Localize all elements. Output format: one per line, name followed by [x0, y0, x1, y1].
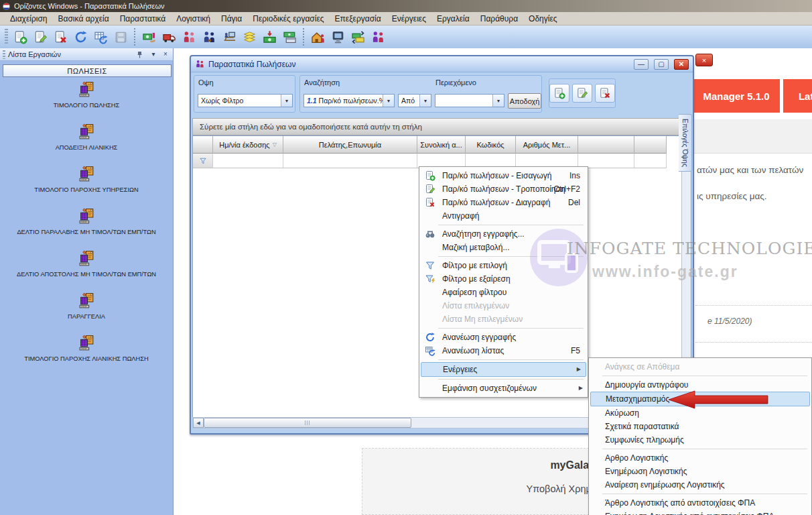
menu-item-αναζήτηση-εγγραφής-[interactable]: Αναζήτηση εγγραφής... [419, 227, 588, 241]
edit-record-button[interactable] [572, 84, 592, 103]
close-icon[interactable]: × [161, 50, 170, 59]
doc-delete-icon[interactable] [52, 28, 69, 46]
column-header-5[interactable]: Αριθμός Μετ... [516, 136, 578, 154]
menu-1[interactable]: Διαχείριση [5, 13, 52, 25]
range-combobox[interactable]: Από ▾ [398, 94, 431, 107]
refresh-icon[interactable] [72, 28, 89, 46]
view-options-tab[interactable]: Επιλογές Όψης [679, 114, 692, 172]
save-icon[interactable] [112, 28, 129, 46]
menu-item-παρ-κό-πωλήσεων-εισαγωγή[interactable]: Παρ/κό πωλήσεων - ΕισαγωγήIns [419, 169, 588, 182]
delete-record-button[interactable] [595, 84, 615, 103]
sidebar-item-2[interactable]: ΑΠΟΔΕΙΞΗ ΛΙΑΝΙΚΗΣ [1, 123, 172, 151]
toolbar-grip-icon[interactable] [5, 29, 8, 45]
menu-4[interactable]: Λογιστική [172, 13, 215, 25]
menu-8[interactable]: Ενέργειες [387, 13, 431, 25]
menu-item-ανανέωση-λίστας[interactable]: Ανανέωση λίσταςF5 [419, 344, 588, 357]
latest-tab[interactable]: Latest [783, 79, 812, 113]
money-exchange-icon[interactable] [349, 28, 366, 46]
menu-item-δημιουργία-αντιγράφου[interactable]: Δημιουργία αντιγράφου [589, 378, 811, 392]
menu-2[interactable]: Βασικά αρχεία [54, 13, 114, 25]
add-record-button[interactable] [549, 84, 569, 103]
sidebar-item-5[interactable]: ΔΕΛΤΙΟ ΑΠΟΣΤΟΛΗΣ ΜΗ ΤΙΜΟΛ/ΤΩΝ ΕΜΠ/ΤΩΝ [1, 249, 172, 278]
drag-grip-icon[interactable] [3, 50, 5, 59]
menu-item-ενέργειες[interactable]: Ενέργειες▶ [421, 362, 586, 377]
range-value: Από [399, 97, 419, 105]
sidebar-item-6[interactable]: ΠΑΡΑΓΓΕΛΙΑ [1, 292, 172, 320]
menu-item-ενημέρωση-λογιστικής-από-αντισ[interactable]: Ενημέρωση Λογιστικής από αντιστοιχίσεις … [589, 510, 811, 515]
filter-cell-1[interactable] [213, 154, 283, 168]
sidebar-group-header[interactable]: ΠΩΛΗΣΕΙΣ [3, 64, 172, 77]
paper-stack-icon[interactable] [241, 28, 258, 46]
pin-icon[interactable] [137, 51, 146, 58]
chevron-down-icon[interactable]: ▾ [281, 95, 292, 107]
maximize-button[interactable]: ▢ [654, 59, 669, 70]
menu-item-ανανέωση-εγγραφής[interactable]: Ανανέωση εγγραφής [419, 331, 588, 344]
menu-6[interactable]: Περιοδικές εργασίες [248, 13, 328, 25]
column-header-6[interactable] [578, 136, 634, 154]
background-close-button[interactable]: × [695, 54, 713, 66]
minimize-button[interactable]: — [634, 59, 649, 70]
money-down-icon[interactable] [261, 28, 278, 46]
filter-row-funnel-icon[interactable] [193, 154, 213, 168]
menu-11[interactable]: Οδηγίες [524, 13, 562, 25]
filter-cell-2[interactable] [283, 154, 417, 168]
column-header-1[interactable]: Ημ/νία έκδοσης▽ [213, 136, 283, 154]
menu-item-ενημέρωση-λογιστικής[interactable]: Ενημέρωση Λογιστικής [589, 465, 811, 478]
filter-cell-7[interactable] [634, 154, 667, 168]
column-header-7[interactable] [634, 136, 667, 154]
chevron-down-icon[interactable]: ▾ [419, 95, 431, 107]
menu-item-φίλτρο-με-εξαίρεση[interactable]: Φίλτρο με εξαίρεση [419, 272, 588, 286]
money-card-icon[interactable] [281, 28, 298, 46]
group-by-bar[interactable]: Σύρετε μία στήλη εδώ για να ομαδοποιήσετ… [192, 118, 691, 135]
search-combobox[interactable]: 1.1Παρ/κό πωλήσεων.% Εκπ ▾ [303, 94, 395, 107]
truck-icon[interactable] [160, 28, 178, 46]
monitor-icon[interactable] [329, 28, 346, 46]
house-people-icon[interactable] [309, 28, 326, 46]
sort-icon[interactable]: ▽ [273, 141, 277, 148]
menu-7[interactable]: Επεξεργασία [330, 13, 386, 25]
menu-item-άρθρο-λογιστικής-από-αντιστοιχ[interactable]: Άρθρο Λογιστικής από αντιστοιχίσεις ΦΠΑ [589, 496, 811, 510]
menu-item-φίλτρο-με-επιλογή[interactable]: Φίλτρο με επιλογή [419, 259, 588, 272]
chevron-down-icon[interactable]: ▾ [149, 50, 158, 59]
doc-edit-icon[interactable] [31, 28, 49, 46]
people-pair-icon[interactable] [369, 28, 387, 46]
menu-item-αρθρο-λογιστικής[interactable]: Αρθρο Λογιστικής [589, 451, 811, 465]
chevron-down-icon[interactable]: ▾ [383, 95, 394, 107]
column-header-4[interactable]: Κωδικός [466, 136, 516, 154]
close-button[interactable]: ✕ [674, 59, 689, 70]
chevron-down-icon[interactable]: ▾ [492, 95, 504, 107]
sidebar-item-4[interactable]: ΔΕΛΤΙΟ ΠΑΡΑΛΑΒΗΣ ΜΗ ΤΙΜΟΛ/ΤΩΝ ΕΜΠ/ΤΩΝ [1, 207, 172, 235]
column-header-3[interactable]: Συνολική α... [417, 136, 466, 154]
desk-computer-icon[interactable] [220, 28, 238, 46]
menu-5[interactable]: Πάγια [216, 13, 247, 25]
menu-item-μαζική-μεταβολή-[interactable]: Μαζική μεταβολή... [419, 241, 588, 254]
menu-item-συμφωνίες-πληρωμής[interactable]: Συμφωνίες πληρωμής [589, 433, 811, 447]
window-titlebar[interactable]: Παραστατικά Πωλήσεων — ▢ ✕ [191, 56, 693, 72]
column-header-2[interactable]: Πελάτης,Επωνυμία [283, 136, 417, 154]
grid-refresh-icon[interactable] [92, 28, 109, 46]
menu-item-αντιγραφή[interactable]: Αντιγραφή [419, 209, 588, 223]
horizontal-scroll-thumb[interactable] [204, 418, 411, 428]
release-note: e 11/5/2020) [707, 317, 752, 326]
menu-item-σχετικά-παραστατικά[interactable]: Σχετικά παραστατικά [589, 420, 811, 433]
money-hand-icon[interactable] [140, 28, 157, 46]
manager-tab[interactable]: Manager 5.1.0 [693, 79, 780, 113]
menu-3[interactable]: Παραστατικά [115, 13, 170, 25]
sidebar-item-3[interactable]: ΤΙΜΟΛΟΓΙΟ ΠΑΡΟΧΗΣ ΥΠΗΡΕΣΙΩΝ [1, 165, 172, 193]
menu-item-αφαίρεση-φίλτρου[interactable]: Αφαίρεση φίλτρου [419, 286, 588, 299]
people-suit-icon[interactable] [200, 28, 218, 46]
menu-item-παρ-κό-πωλήσεων-τροποποίηση[interactable]: Παρ/κό πωλήσεων - ΤροποποίησηCtrl+F2 [419, 182, 588, 196]
sidebar-item-7[interactable]: ΤΙΜΟΛΟΓΙΟ ΠΑΡΟΧΗΣ ΛΙΑΝΙΚΗΣ ΠΩΛΗΣΗ [1, 334, 172, 362]
scroll-left-icon[interactable]: ◀ [193, 418, 204, 428]
accept-button[interactable]: Αποδοχή [508, 93, 541, 109]
menu-10[interactable]: Παράθυρα [476, 13, 523, 25]
menu-item-παρ-κό-πωλήσεων-διαγραφή[interactable]: Παρ/κό πωλήσεων - ΔιαγραφήDel [419, 196, 588, 209]
menu-item-αναίρεση-ενημέρωσης-λογιστικής[interactable]: Αναίρεση ενημέρωσης Λογιστικής [589, 478, 811, 492]
people-red-icon[interactable] [180, 28, 198, 46]
menu-9[interactable]: Εργαλεία [432, 13, 474, 25]
doc-add-icon[interactable] [11, 28, 29, 46]
content-combobox[interactable]: ▾ [435, 94, 504, 107]
view-combobox[interactable]: Χωρίς Φίλτρο ▾ [198, 94, 293, 107]
sidebar-item-1[interactable]: ΤΙΜΟΛΟΓΙΟ ΠΩΛΗΣΗΣ [1, 80, 172, 109]
menu-item-εμφάνιση-συσχετιζομένων[interactable]: Εμφάνιση συσχετιζομένων▶ [419, 382, 588, 395]
